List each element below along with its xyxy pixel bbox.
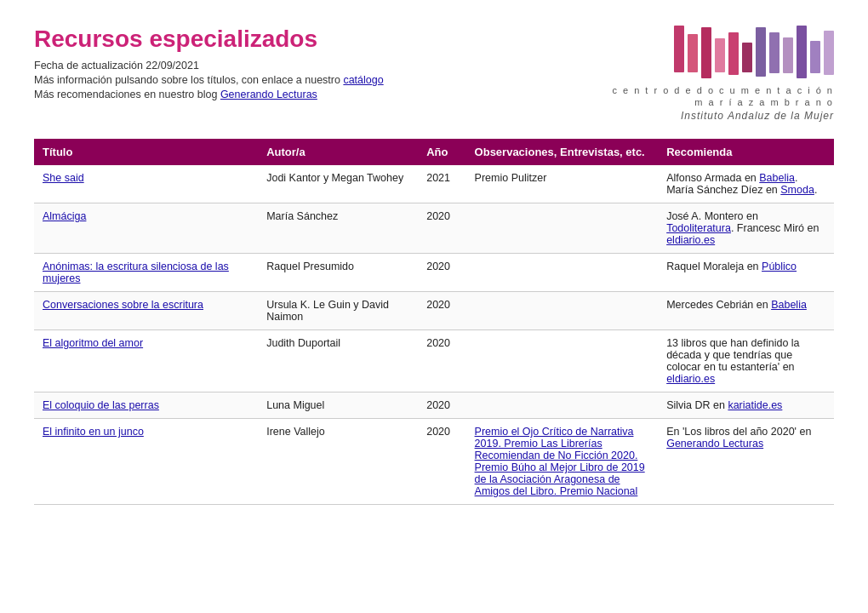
info-catalogo: Más información pulsando sobre los títul… bbox=[34, 74, 384, 86]
cell-obs: Premio Pulitzer bbox=[466, 165, 659, 203]
cell-anio: 2021 bbox=[418, 165, 465, 203]
table-row: She saidJodi Kantor y Megan Twohey2021Pr… bbox=[34, 165, 834, 203]
titulo-link[interactable]: El coloquio de las perras bbox=[43, 399, 159, 411]
table-row: El algoritmo del amorJudith Duportail202… bbox=[34, 330, 834, 392]
table-row: Anónimas: la escritura silenciosa de las… bbox=[34, 254, 834, 292]
cell-titulo: El algoritmo del amor bbox=[34, 330, 258, 392]
titulo-link[interactable]: Almáciga bbox=[43, 210, 86, 222]
table-header: Título Autor/a Año Observaciones, Entrev… bbox=[34, 139, 834, 165]
titulo-link[interactable]: El infinito en un junco bbox=[43, 426, 144, 438]
header-section: Recursos especializados Fecha de actuali… bbox=[34, 26, 834, 122]
cell-titulo: El infinito en un junco bbox=[34, 419, 258, 505]
logo-text-iam: Instituto Andaluz de la Mujer bbox=[681, 110, 834, 122]
rec-link[interactable]: Público bbox=[762, 261, 797, 272]
info2-text: Más recomendaciones en nuestro blog bbox=[34, 89, 220, 100]
generando-lecturas-link[interactable]: Generando Lecturas bbox=[220, 89, 317, 100]
titulo-link[interactable]: Anónimas: la escritura silenciosa de las… bbox=[43, 261, 229, 284]
page-title: Recursos especializados bbox=[34, 26, 384, 53]
titulo-link[interactable]: El algoritmo del amor bbox=[43, 337, 143, 349]
logo-area: c e n t r o d e d o c u m e n t a c i ó … bbox=[596, 26, 834, 122]
bar-3 bbox=[701, 27, 711, 78]
header-text: Recursos especializados Fecha de actuali… bbox=[34, 26, 384, 103]
cell-rec: En 'Los libros del año 2020' en Generand… bbox=[658, 419, 834, 505]
table-row: AlmácigaMaría Sánchez2020José A. Montero… bbox=[34, 203, 834, 254]
rec-link[interactable]: eldiario.es bbox=[666, 234, 715, 246]
bar-11 bbox=[810, 41, 820, 73]
cell-autor: María Sánchez bbox=[258, 203, 418, 254]
cell-autor: Luna Miguel bbox=[258, 392, 418, 419]
cell-autor: Ursula K. Le Guin y David Naimon bbox=[258, 292, 418, 330]
cell-rec: 13 libros que han definido la década y q… bbox=[658, 330, 834, 392]
bar-10 bbox=[797, 26, 807, 78]
bar-6 bbox=[742, 43, 752, 72]
cell-anio: 2020 bbox=[418, 292, 465, 330]
cell-anio: 2020 bbox=[418, 419, 465, 505]
cell-rec: Silvia DR en kariatide.es bbox=[658, 392, 834, 419]
cell-rec: Mercedes Cebrián en Babelia bbox=[658, 292, 834, 330]
bar-8 bbox=[769, 32, 779, 73]
bar-2 bbox=[688, 34, 698, 72]
logo-bars bbox=[674, 26, 834, 78]
table-row: El coloquio de las perrasLuna Miguel2020… bbox=[34, 392, 834, 419]
cell-rec: Raquel Moraleja en Público bbox=[658, 254, 834, 292]
rec-link[interactable]: eldiario.es bbox=[666, 373, 715, 385]
table-body: She saidJodi Kantor y Megan Twohey2021Pr… bbox=[34, 165, 834, 505]
bar-4 bbox=[715, 38, 725, 72]
table-row: El infinito en un juncoIrene Vallejo2020… bbox=[34, 419, 834, 505]
bar-7 bbox=[756, 27, 766, 77]
rec-link[interactable]: Babelia bbox=[759, 172, 795, 184]
cell-obs: Premio el Ojo Crítico de Narrativa 2019.… bbox=[466, 419, 659, 505]
cell-autor: Irene Vallejo bbox=[258, 419, 418, 505]
th-obs: Observaciones, Entrevistas, etc. bbox=[466, 139, 659, 165]
titulo-link[interactable]: Conversaciones sobre la escritura bbox=[43, 299, 203, 311]
rec-link[interactable]: Babelia bbox=[771, 299, 807, 311]
bar-9 bbox=[783, 37, 793, 73]
cell-obs bbox=[466, 203, 659, 254]
rec-link[interactable]: Smoda bbox=[780, 184, 814, 196]
logo-text-sub: m a r í a z a m b r a n o bbox=[694, 97, 834, 107]
cell-obs bbox=[466, 292, 659, 330]
cell-anio: 2020 bbox=[418, 254, 465, 292]
cell-autor: Judith Duportail bbox=[258, 330, 418, 392]
th-rec: Recomienda bbox=[658, 139, 834, 165]
rec-link[interactable]: Generando Lecturas bbox=[666, 438, 763, 450]
bar-5 bbox=[728, 32, 739, 75]
th-autor: Autor/a bbox=[258, 139, 418, 165]
cell-autor: Jodi Kantor y Megan Twohey bbox=[258, 165, 418, 203]
cell-anio: 2020 bbox=[418, 203, 465, 254]
cell-titulo: Conversaciones sobre la escritura bbox=[34, 292, 258, 330]
logo-text-main: c e n t r o d e d o c u m e n t a c i ó … bbox=[612, 85, 834, 95]
fecha-actualizacion: Fecha de actualización 22/09/2021 bbox=[34, 60, 384, 72]
catalogo-link[interactable]: catálogo bbox=[343, 74, 383, 86]
info1-text: Más información pulsando sobre los títul… bbox=[34, 74, 343, 86]
recursos-table: Título Autor/a Año Observaciones, Entrev… bbox=[34, 139, 834, 505]
rec-link[interactable]: kariatide.es bbox=[728, 399, 782, 411]
titulo-link[interactable]: She said bbox=[43, 172, 84, 184]
cell-titulo: El coloquio de las perras bbox=[34, 392, 258, 419]
cell-obs bbox=[466, 254, 659, 292]
cell-titulo: She said bbox=[34, 165, 258, 203]
cell-rec: Alfonso Armada en Babelia. María Sánchez… bbox=[658, 165, 834, 203]
cell-obs bbox=[466, 330, 659, 392]
obs-link[interactable]: Premio el Ojo Crítico de Narrativa 2019.… bbox=[475, 426, 645, 497]
cell-anio: 2020 bbox=[418, 392, 465, 419]
cell-rec: José A. Montero en Todoliteratura. Franc… bbox=[658, 203, 834, 254]
bar-1 bbox=[674, 26, 684, 72]
bar-12 bbox=[824, 31, 834, 75]
cell-anio: 2020 bbox=[418, 330, 465, 392]
cell-titulo: Almáciga bbox=[34, 203, 258, 254]
cell-autor: Raquel Presumido bbox=[258, 254, 418, 292]
cell-obs bbox=[466, 392, 659, 419]
th-titulo: Título bbox=[34, 139, 258, 165]
cell-titulo: Anónimas: la escritura silenciosa de las… bbox=[34, 254, 258, 292]
rec-link[interactable]: Todoliteratura bbox=[666, 222, 731, 234]
info-blog: Más recomendaciones en nuestro blog Gene… bbox=[34, 89, 384, 100]
th-anio: Año bbox=[418, 139, 465, 165]
table-row: Conversaciones sobre la escrituraUrsula … bbox=[34, 292, 834, 330]
